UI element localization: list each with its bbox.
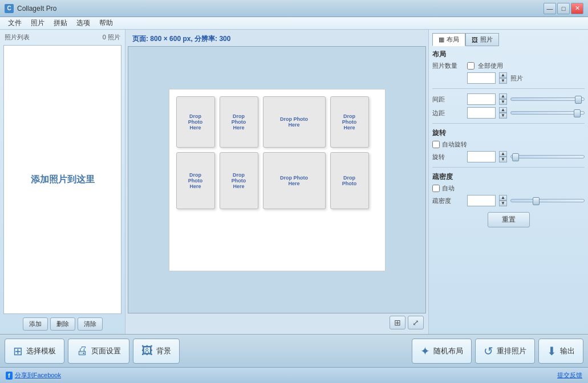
background-icon: 🖼	[141, 344, 153, 357]
rotation-down[interactable]: ▼	[499, 157, 507, 162]
menu-file[interactable]: 文件	[3, 17, 26, 29]
photo-list-area[interactable]: 添加照片到这里	[3, 45, 121, 314]
cell-8-label: DropPhoto	[342, 175, 357, 186]
tab-layout-label: 布局	[447, 35, 459, 44]
main-container: 照片列表 0 照片 添加照片到这里 添加 删除 清除 页面: 800 × 600…	[0, 30, 588, 334]
add-button[interactable]: 添加	[23, 317, 48, 331]
rotation-up[interactable]: ▲	[499, 151, 507, 157]
app-title: CollageIt Pro	[17, 5, 544, 13]
photo-cell-5[interactable]: DropPhotoHere	[176, 152, 215, 209]
menu-collage[interactable]: 拼贴	[49, 17, 72, 29]
menu-help[interactable]: 帮助	[95, 17, 117, 29]
rotation-label: 旋转	[432, 153, 464, 161]
margin-row: 边距 30 ▲ ▼	[432, 107, 585, 119]
photo-cell-6[interactable]: DropPhotoHere	[220, 152, 258, 209]
photo-count-label: 照片数量	[432, 62, 464, 70]
rearrange-photos-button[interactable]: ↺ 重排照片	[475, 339, 535, 364]
spacing-spinners: ▲ ▼	[499, 93, 507, 105]
rotation-slider-thumb[interactable]	[512, 153, 519, 161]
expand-button[interactable]: ⤢	[408, 316, 424, 329]
delete-button[interactable]: 删除	[50, 317, 75, 331]
photo-cell-7[interactable]: Drop PhotoHere	[263, 152, 326, 209]
feedback-link[interactable]: 提交反馈	[557, 371, 582, 380]
page-setup-label: 页面设置	[91, 346, 121, 356]
select-template-button[interactable]: ⊞ 选择模板	[5, 339, 64, 364]
rotation-input[interactable]: 10	[467, 151, 496, 162]
menu-options[interactable]: 选项	[72, 17, 95, 29]
maximize-button[interactable]: □	[557, 3, 570, 14]
cell-7-label: Drop PhotoHere	[280, 175, 308, 186]
margin-slider-thumb[interactable]	[574, 109, 581, 117]
density-input[interactable]: 23	[467, 195, 496, 206]
divider-3	[432, 167, 585, 168]
margin-down[interactable]: ▼	[499, 113, 507, 119]
divider-1	[432, 88, 585, 89]
select-template-label: 选择模板	[26, 346, 56, 356]
spacing-slider-thumb[interactable]	[575, 96, 582, 104]
tab-layout[interactable]: ▦ 布局	[432, 33, 465, 46]
margin-slider-track[interactable]	[510, 111, 585, 115]
density-slider-thumb[interactable]	[533, 197, 540, 205]
background-button[interactable]: 🖼 背景	[133, 339, 180, 364]
photo-count-input[interactable]: 10	[467, 72, 496, 84]
bottom-toolbar: ⊞ 选择模板 🖨 页面设置 🖼 背景 ✦ 随机布局 ↺ 重排照片 ⬇ 输出	[0, 334, 588, 367]
spacing-up[interactable]: ▲	[499, 93, 507, 99]
panel-title: 照片列表	[5, 33, 30, 42]
photo-cell-1[interactable]: DropPhotoHere	[176, 96, 215, 148]
reset-button[interactable]: 重置	[488, 212, 530, 227]
rotation-section-title: 旋转	[432, 128, 585, 138]
cell-5-label: DropPhotoHere	[188, 172, 203, 189]
use-all-checkbox[interactable]	[467, 62, 475, 70]
margin-label: 边距	[432, 109, 464, 117]
margin-up[interactable]: ▲	[499, 107, 507, 113]
density-up[interactable]: ▲	[499, 195, 507, 201]
margin-input[interactable]: 30	[467, 107, 496, 119]
spacing-input[interactable]: 20	[467, 93, 496, 105]
layout-icon: ▦	[439, 36, 444, 43]
photo-count-up[interactable]: ▲	[499, 72, 507, 78]
spacing-slider-track[interactable]	[510, 97, 585, 101]
density-section-title: 疏密度	[432, 172, 585, 182]
canvas-controls: ⊞ ⤢	[128, 313, 426, 332]
use-all-label: 全部使用	[478, 62, 503, 70]
divider-2	[432, 123, 585, 124]
photo-cell-8[interactable]: DropPhoto	[330, 152, 369, 209]
clear-button[interactable]: 清除	[78, 317, 103, 331]
density-down[interactable]: ▼	[499, 201, 507, 206]
add-photo-hint[interactable]: 添加照片到这里	[31, 174, 95, 186]
panel-header: 照片列表 0 照片	[2, 32, 123, 44]
auto-density-checkbox[interactable]	[432, 185, 440, 192]
photo-count-down[interactable]: ▼	[499, 78, 507, 84]
rotation-spinners: ▲ ▼	[499, 151, 507, 162]
facebook-share-label: 分享到Facebook	[15, 371, 61, 380]
photo-cell-2[interactable]: DropPhotoHere	[220, 96, 258, 148]
cell-3-label: Drop PhotoHere	[280, 116, 308, 128]
auto-rotate-row: 自动旋转	[432, 140, 585, 149]
collage-grid: DropPhotoHere DropPhotoHere Drop PhotoHe…	[176, 96, 369, 209]
photo-cell-4[interactable]: DropPhotoHere	[330, 96, 369, 148]
window-controls: — □ ✕	[544, 3, 583, 14]
facebook-share-link[interactable]: f 分享到Facebook	[6, 371, 61, 380]
right-panel: ▦ 布局 🖼 照片 布局 照片数量 全部使用 10 ▲ ▼ 照片	[428, 30, 588, 334]
close-button[interactable]: ✕	[571, 3, 583, 14]
grid-view-button[interactable]: ⊞	[390, 316, 405, 329]
margin-spinners: ▲ ▼	[499, 107, 507, 119]
menu-photo[interactable]: 照片	[26, 17, 49, 29]
export-icon: ⬇	[547, 344, 557, 358]
panel-buttons: 添加 删除 清除	[2, 315, 123, 332]
photo-count-row: 照片数量 全部使用	[432, 62, 585, 70]
cell-1-label: DropPhotoHere	[188, 113, 203, 131]
density-slider-track[interactable]	[510, 199, 585, 202]
export-button[interactable]: ⬇ 输出	[538, 339, 583, 364]
random-layout-button[interactable]: ✦ 随机布局	[412, 339, 472, 364]
rotation-slider-track[interactable]	[510, 155, 585, 158]
random-icon: ✦	[420, 344, 430, 358]
tab-photo[interactable]: 🖼 照片	[465, 33, 499, 46]
density-label: 疏密度	[432, 197, 464, 205]
spacing-row: 间距 20 ▲ ▼	[432, 93, 585, 105]
auto-rotate-checkbox[interactable]	[432, 141, 440, 148]
page-setup-button[interactable]: 🖨 页面设置	[68, 339, 129, 364]
spacing-down[interactable]: ▼	[499, 99, 507, 105]
photo-cell-3[interactable]: Drop PhotoHere	[263, 96, 326, 148]
minimize-button[interactable]: —	[544, 3, 556, 14]
